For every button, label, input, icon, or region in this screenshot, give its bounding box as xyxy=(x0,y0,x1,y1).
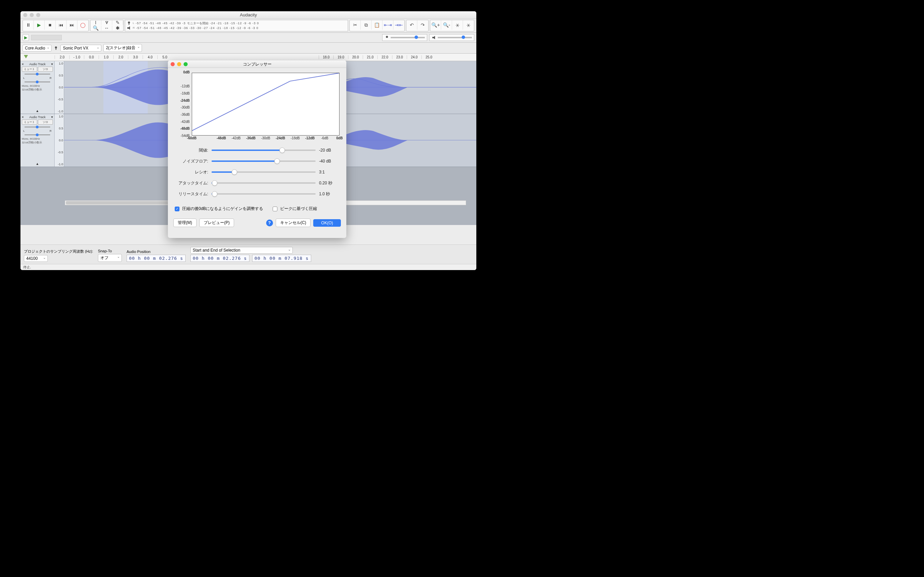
close-icon[interactable] xyxy=(170,62,175,66)
noisefloor-value: -40 dB xyxy=(319,159,339,164)
minimize-icon[interactable] xyxy=(177,62,181,66)
peak-compress-checkbox[interactable] xyxy=(273,206,277,211)
cancel-button[interactable]: キャンセル(C) xyxy=(276,219,311,227)
threshold-value: -20 dB xyxy=(319,148,339,153)
manage-button[interactable]: 管理(M) xyxy=(174,219,196,227)
peak-compress-label: ピークに基づく圧縮 xyxy=(280,206,317,212)
transfer-chart: 0dB-12dB-18dB-24dB-30dB-36dB-42dB-48dB-5… xyxy=(168,68,346,144)
attack-label: アタックタイム: xyxy=(175,180,208,186)
attack-value: 0.20 秒 xyxy=(319,180,339,186)
threshold-slider[interactable] xyxy=(212,147,316,153)
makeup-gain-label: 圧縮の後0dBになるようにゲインを調整する xyxy=(182,206,263,212)
attack-slider[interactable] xyxy=(212,180,316,186)
dialog-title: コンプレッサー xyxy=(243,62,272,66)
maximize-icon[interactable] xyxy=(183,62,188,66)
ok-button[interactable]: OK(O) xyxy=(313,219,341,227)
release-label: リリースタイム: xyxy=(175,191,208,197)
ratio-slider[interactable] xyxy=(212,169,316,175)
dialog-buttons: 管理(M) プレビュー(P) ? キャンセル(C) OK(O) xyxy=(168,216,346,232)
release-value: 1.0 秒 xyxy=(319,191,339,197)
makeup-gain-checkbox[interactable]: ✓ xyxy=(175,206,180,211)
preview-button[interactable]: プレビュー(P) xyxy=(199,219,234,227)
release-slider[interactable] xyxy=(212,191,316,197)
threshold-label: 閾値: xyxy=(175,147,208,153)
noisefloor-label: ノイズフロア: xyxy=(175,158,208,164)
checkbox-row: ✓ 圧縮の後0dBになるようにゲインを調整する ピークに基づく圧縮 xyxy=(168,204,346,216)
main-window: Audacity ⏸ ▶ ■ ⏮ ⏭ ◯ I ⛛ ✎ 🔍 ↔ ✱ L-57 -5… xyxy=(21,11,476,270)
noisefloor-slider[interactable] xyxy=(212,158,316,164)
compressor-dialog: コンプレッサー 0dB-12dB-18dB-24dB-30dB-36dB-42d… xyxy=(168,60,346,238)
help-icon[interactable]: ? xyxy=(266,219,273,226)
ratio-label: レシオ: xyxy=(175,169,208,175)
dialog-titlebar: コンプレッサー xyxy=(168,60,346,68)
dialog-overlay: コンプレッサー 0dB-12dB-18dB-24dB-30dB-36dB-42d… xyxy=(21,11,476,270)
ratio-value: 3:1 xyxy=(319,170,339,174)
compressor-controls: 閾値: -20 dB ノイズフロア: -40 dB レシオ: 3:1 アタックタ… xyxy=(168,144,346,204)
